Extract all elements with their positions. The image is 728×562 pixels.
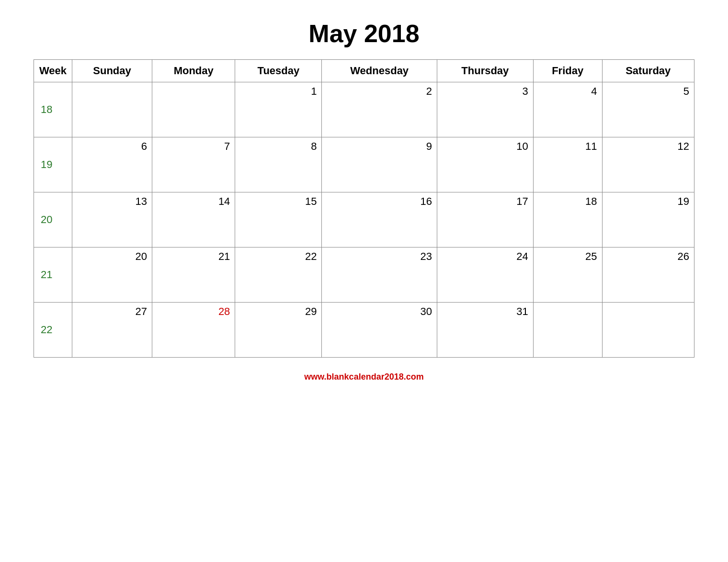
day-number: 21: [157, 250, 230, 263]
day-cell: 7: [152, 137, 235, 192]
day-number: 1: [240, 85, 317, 98]
day-cell: 3: [437, 82, 533, 137]
page-title: May 2018: [308, 19, 419, 48]
day-cell: [602, 303, 694, 358]
header-cell-week: Week: [34, 60, 72, 82]
week-row: 2013141516171819: [34, 192, 694, 247]
day-cell: 4: [533, 82, 602, 137]
day-number: 15: [240, 195, 317, 208]
day-number: 9: [327, 140, 432, 153]
day-number: 22: [240, 250, 317, 263]
day-number: 16: [327, 195, 432, 208]
week-row: 2120212223242526: [34, 247, 694, 303]
day-cell: 25: [533, 247, 602, 303]
day-cell: 15: [235, 192, 322, 247]
day-cell: 1: [235, 82, 322, 137]
day-cell: 29: [235, 303, 322, 358]
day-cell: 9: [322, 137, 437, 192]
day-cell: 23: [322, 247, 437, 303]
day-number: 5: [607, 85, 689, 98]
day-cell: 27: [72, 303, 152, 358]
day-cell: 31: [437, 303, 533, 358]
day-number: 26: [607, 250, 689, 263]
day-number: 28: [157, 305, 230, 318]
header-cell-sunday: Sunday: [72, 60, 152, 82]
day-cell: 8: [235, 137, 322, 192]
day-number: 7: [157, 140, 230, 153]
day-number: 12: [607, 140, 689, 153]
day-number: 29: [240, 305, 317, 318]
day-cell: 14: [152, 192, 235, 247]
footer-url: www.blankcalendar2018.com: [304, 372, 423, 382]
week-number: 18: [34, 82, 72, 137]
day-number: 8: [240, 140, 317, 153]
day-number: 3: [442, 85, 528, 98]
day-cell: 24: [437, 247, 533, 303]
day-cell: 19: [602, 192, 694, 247]
day-cell: 30: [322, 303, 437, 358]
day-cell: 11: [533, 137, 602, 192]
day-cell: 18: [533, 192, 602, 247]
day-number: 10: [442, 140, 528, 153]
week-row: 196789101112: [34, 137, 694, 192]
week-number: 19: [34, 137, 72, 192]
day-number: 18: [538, 195, 597, 208]
day-cell: 6: [72, 137, 152, 192]
day-number: 17: [442, 195, 528, 208]
header-cell-friday: Friday: [533, 60, 602, 82]
day-cell: 26: [602, 247, 694, 303]
week-number: 22: [34, 303, 72, 358]
day-cell: 10: [437, 137, 533, 192]
day-number: 25: [538, 250, 597, 263]
day-cell: 16: [322, 192, 437, 247]
week-row: 222728293031: [34, 303, 694, 358]
header-row: WeekSundayMondayTuesdayWednesdayThursday…: [34, 60, 694, 82]
day-cell: [72, 82, 152, 137]
day-cell: 21: [152, 247, 235, 303]
day-cell: 28: [152, 303, 235, 358]
day-number: 27: [77, 305, 147, 318]
header-cell-monday: Monday: [152, 60, 235, 82]
day-number: 14: [157, 195, 230, 208]
day-number: 6: [77, 140, 147, 153]
day-cell: 22: [235, 247, 322, 303]
header-cell-thursday: Thursday: [437, 60, 533, 82]
day-number: 2: [327, 85, 432, 98]
day-cell: 5: [602, 82, 694, 137]
calendar: WeekSundayMondayTuesdayWednesdayThursday…: [34, 59, 694, 358]
day-cell: 17: [437, 192, 533, 247]
day-number: 23: [327, 250, 432, 263]
day-number: 4: [538, 85, 597, 98]
header-cell-saturday: Saturday: [602, 60, 694, 82]
calendar-table: WeekSundayMondayTuesdayWednesdayThursday…: [34, 59, 694, 358]
day-number: 20: [77, 250, 147, 263]
day-number: 19: [607, 195, 689, 208]
header-cell-wednesday: Wednesday: [322, 60, 437, 82]
day-cell: [152, 82, 235, 137]
day-number: 30: [327, 305, 432, 318]
week-number: 20: [34, 192, 72, 247]
day-number: 24: [442, 250, 528, 263]
day-cell: 12: [602, 137, 694, 192]
week-row: 1812345: [34, 82, 694, 137]
day-cell: 13: [72, 192, 152, 247]
day-number: 11: [538, 140, 597, 153]
day-number: 31: [442, 305, 528, 318]
header-cell-tuesday: Tuesday: [235, 60, 322, 82]
day-cell: 20: [72, 247, 152, 303]
day-number: 13: [77, 195, 147, 208]
week-number: 21: [34, 247, 72, 303]
day-cell: 2: [322, 82, 437, 137]
day-cell: [533, 303, 602, 358]
